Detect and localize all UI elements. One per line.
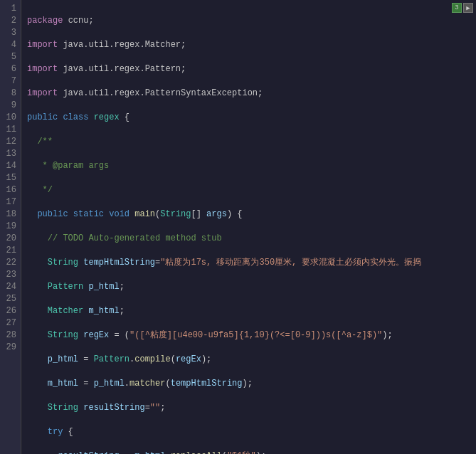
code-editor: 3 ▶ 12345 678910 1112131415 1617181920 2… bbox=[0, 0, 476, 454]
corner-btn-right[interactable]: ▶ bbox=[463, 3, 473, 13]
editor-corner-buttons[interactable]: 3 ▶ bbox=[452, 3, 473, 13]
corner-btn-num[interactable]: 3 bbox=[452, 3, 462, 13]
line-numbers: 12345 678910 1112131415 1617181920 21222… bbox=[0, 0, 21, 454]
code-content: package ccnu; import java.util.regex.Mat… bbox=[21, 0, 476, 454]
